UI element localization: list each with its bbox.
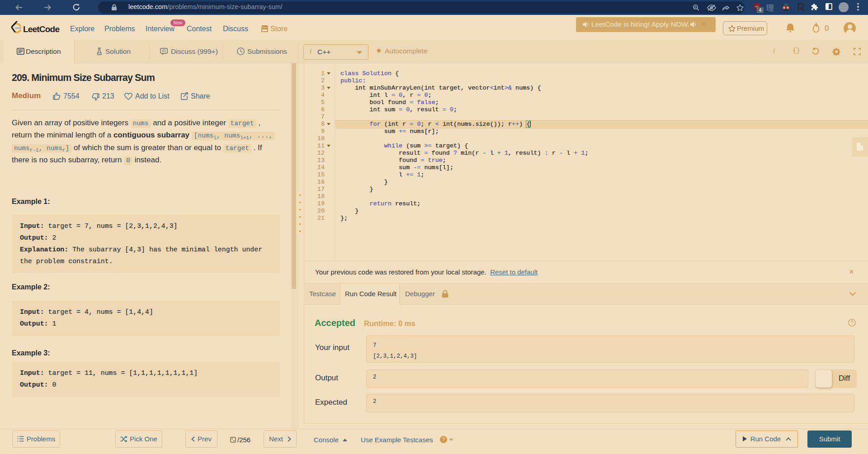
svg-text:?: ?: [851, 320, 854, 325]
